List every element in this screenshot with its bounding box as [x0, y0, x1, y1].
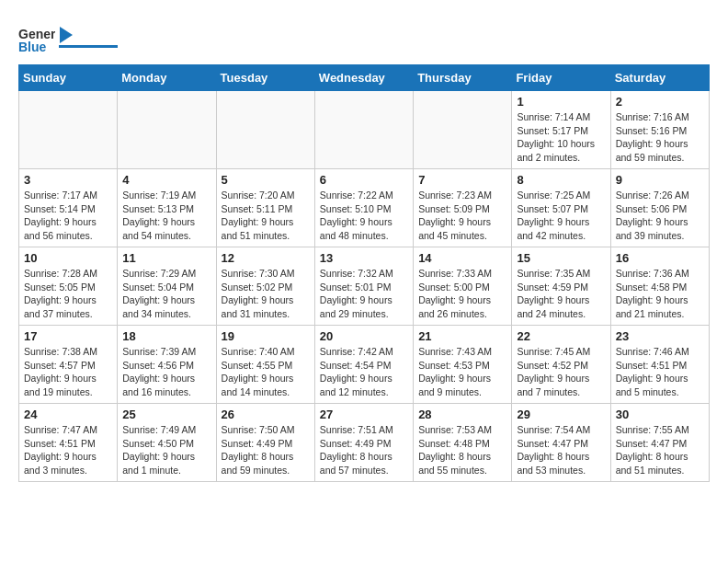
day-number: 3 [24, 173, 112, 187]
day-number: 4 [122, 173, 210, 187]
day-number: 21 [418, 329, 506, 343]
day-info: Sunrise: 7:40 AM Sunset: 4:55 PM Dayligh… [222, 345, 310, 399]
calendar-cell: 17Sunrise: 7:38 AM Sunset: 4:57 PM Dayli… [19, 326, 118, 404]
calendar-week-row: 1Sunrise: 7:14 AM Sunset: 5:17 PM Daylig… [19, 91, 710, 169]
day-info: Sunrise: 7:22 AM Sunset: 5:10 PM Dayligh… [320, 189, 408, 243]
day-info: Sunrise: 7:33 AM Sunset: 5:00 PM Dayligh… [418, 267, 506, 321]
day-info: Sunrise: 7:55 AM Sunset: 4:47 PM Dayligh… [616, 423, 704, 477]
day-number: 27 [320, 408, 408, 421]
calendar-week-row: 10Sunrise: 7:28 AM Sunset: 5:05 PM Dayli… [19, 247, 710, 326]
day-info: Sunrise: 7:25 AM Sunset: 5:07 PM Dayligh… [517, 189, 605, 243]
calendar-cell: 8Sunrise: 7:25 AM Sunset: 5:07 PM Daylig… [512, 169, 610, 247]
weekday-header: Tuesday [216, 65, 314, 91]
day-number: 9 [616, 173, 704, 187]
day-info: Sunrise: 7:14 AM Sunset: 5:17 PM Dayligh… [517, 110, 605, 165]
calendar-cell: 21Sunrise: 7:43 AM Sunset: 4:53 PM Dayli… [414, 326, 512, 404]
day-number: 7 [418, 173, 506, 187]
calendar-cell: 20Sunrise: 7:42 AM Sunset: 4:54 PM Dayli… [314, 326, 413, 404]
day-number: 8 [517, 173, 605, 187]
calendar-cell [314, 91, 413, 169]
day-number: 30 [616, 408, 704, 421]
calendar-week-row: 3Sunrise: 7:17 AM Sunset: 5:14 PM Daylig… [19, 169, 710, 247]
calendar-cell: 2Sunrise: 7:16 AM Sunset: 5:16 PM Daylig… [610, 91, 709, 169]
day-number: 15 [517, 251, 605, 265]
calendar-cell: 3Sunrise: 7:17 AM Sunset: 5:14 PM Daylig… [19, 169, 118, 247]
calendar-cell: 1Sunrise: 7:14 AM Sunset: 5:17 PM Daylig… [512, 91, 610, 169]
day-number: 25 [122, 408, 210, 421]
weekday-header: Monday [118, 65, 216, 91]
day-info: Sunrise: 7:39 AM Sunset: 4:56 PM Dayligh… [122, 345, 210, 399]
day-number: 23 [616, 329, 704, 343]
calendar-cell: 19Sunrise: 7:40 AM Sunset: 4:55 PM Dayli… [216, 326, 314, 404]
calendar-cell: 22Sunrise: 7:45 AM Sunset: 4:52 PM Dayli… [512, 326, 610, 404]
calendar-cell: 23Sunrise: 7:46 AM Sunset: 4:51 PM Dayli… [610, 326, 709, 404]
day-info: Sunrise: 7:17 AM Sunset: 5:14 PM Dayligh… [24, 189, 112, 243]
calendar-table: SundayMondayTuesdayWednesdayThursdayFrid… [18, 64, 710, 482]
day-number: 10 [24, 251, 112, 265]
day-info: Sunrise: 7:26 AM Sunset: 5:06 PM Dayligh… [616, 189, 704, 243]
svg-marker-3 [60, 27, 73, 43]
calendar-cell: 6Sunrise: 7:22 AM Sunset: 5:10 PM Daylig… [314, 169, 413, 247]
day-info: Sunrise: 7:53 AM Sunset: 4:48 PM Dayligh… [418, 423, 506, 477]
calendar-cell: 26Sunrise: 7:50 AM Sunset: 4:49 PM Dayli… [216, 404, 314, 482]
day-info: Sunrise: 7:54 AM Sunset: 4:47 PM Dayligh… [517, 423, 605, 477]
logo: General Blue [18, 18, 118, 55]
calendar-cell: 25Sunrise: 7:49 AM Sunset: 4:50 PM Dayli… [118, 404, 216, 482]
day-info: Sunrise: 7:30 AM Sunset: 5:02 PM Dayligh… [222, 267, 310, 321]
calendar-week-row: 17Sunrise: 7:38 AM Sunset: 4:57 PM Dayli… [19, 326, 710, 404]
calendar-cell: 4Sunrise: 7:19 AM Sunset: 5:13 PM Daylig… [118, 169, 216, 247]
day-number: 1 [517, 95, 605, 109]
calendar-cell: 7Sunrise: 7:23 AM Sunset: 5:09 PM Daylig… [414, 169, 512, 247]
calendar-week-row: 24Sunrise: 7:47 AM Sunset: 4:51 PM Dayli… [19, 404, 710, 482]
day-info: Sunrise: 7:28 AM Sunset: 5:05 PM Dayligh… [24, 267, 112, 321]
day-number: 28 [418, 408, 506, 421]
calendar-cell: 12Sunrise: 7:30 AM Sunset: 5:02 PM Dayli… [216, 247, 314, 326]
day-number: 26 [222, 408, 310, 421]
day-number: 22 [517, 329, 605, 343]
calendar-cell: 27Sunrise: 7:51 AM Sunset: 4:49 PM Dayli… [314, 404, 413, 482]
day-info: Sunrise: 7:51 AM Sunset: 4:49 PM Dayligh… [320, 423, 408, 477]
day-info: Sunrise: 7:38 AM Sunset: 4:57 PM Dayligh… [24, 345, 112, 399]
day-number: 24 [24, 408, 112, 421]
day-info: Sunrise: 7:46 AM Sunset: 4:51 PM Dayligh… [616, 345, 704, 399]
calendar-cell [216, 91, 314, 169]
calendar-cell: 24Sunrise: 7:47 AM Sunset: 4:51 PM Dayli… [19, 404, 118, 482]
day-info: Sunrise: 7:47 AM Sunset: 4:51 PM Dayligh… [24, 423, 112, 477]
day-number: 11 [122, 251, 210, 265]
calendar-cell: 28Sunrise: 7:53 AM Sunset: 4:48 PM Dayli… [414, 404, 512, 482]
day-info: Sunrise: 7:35 AM Sunset: 4:59 PM Dayligh… [517, 267, 605, 321]
day-info: Sunrise: 7:32 AM Sunset: 5:01 PM Dayligh… [320, 267, 408, 321]
calendar-cell: 29Sunrise: 7:54 AM Sunset: 4:47 PM Dayli… [512, 404, 610, 482]
weekday-header: Thursday [414, 65, 512, 91]
calendar-cell: 5Sunrise: 7:20 AM Sunset: 5:11 PM Daylig… [216, 169, 314, 247]
day-info: Sunrise: 7:43 AM Sunset: 4:53 PM Dayligh… [418, 345, 506, 399]
day-info: Sunrise: 7:49 AM Sunset: 4:50 PM Dayligh… [122, 423, 210, 477]
calendar-cell: 15Sunrise: 7:35 AM Sunset: 4:59 PM Dayli… [512, 247, 610, 326]
day-info: Sunrise: 7:19 AM Sunset: 5:13 PM Dayligh… [122, 189, 210, 243]
page: General Blue [0, 0, 728, 500]
calendar-cell [414, 91, 512, 169]
day-info: Sunrise: 7:29 AM Sunset: 5:04 PM Dayligh… [122, 267, 210, 321]
day-number: 5 [222, 173, 310, 187]
day-number: 6 [320, 173, 408, 187]
logo-triangle-icon [60, 27, 73, 43]
calendar-cell: 16Sunrise: 7:36 AM Sunset: 4:58 PM Dayli… [610, 247, 709, 326]
day-number: 20 [320, 329, 408, 343]
day-number: 14 [418, 251, 506, 265]
day-number: 13 [320, 251, 408, 265]
calendar-cell: 11Sunrise: 7:29 AM Sunset: 5:04 PM Dayli… [118, 247, 216, 326]
day-number: 18 [122, 329, 210, 343]
day-number: 2 [616, 95, 704, 109]
day-number: 12 [222, 251, 310, 265]
calendar-header-row: SundayMondayTuesdayWednesdayThursdayFrid… [19, 65, 710, 91]
calendar-cell: 13Sunrise: 7:32 AM Sunset: 5:01 PM Dayli… [314, 247, 413, 326]
calendar-cell: 18Sunrise: 7:39 AM Sunset: 4:56 PM Dayli… [118, 326, 216, 404]
weekday-header: Sunday [19, 65, 118, 91]
day-info: Sunrise: 7:45 AM Sunset: 4:52 PM Dayligh… [517, 345, 605, 399]
calendar-cell: 10Sunrise: 7:28 AM Sunset: 5:05 PM Dayli… [19, 247, 118, 326]
weekday-header: Friday [512, 65, 610, 91]
day-info: Sunrise: 7:16 AM Sunset: 5:16 PM Dayligh… [616, 110, 704, 165]
logo-icon: General Blue [18, 18, 55, 55]
svg-text:Blue: Blue [18, 40, 47, 54]
day-number: 29 [517, 408, 605, 421]
